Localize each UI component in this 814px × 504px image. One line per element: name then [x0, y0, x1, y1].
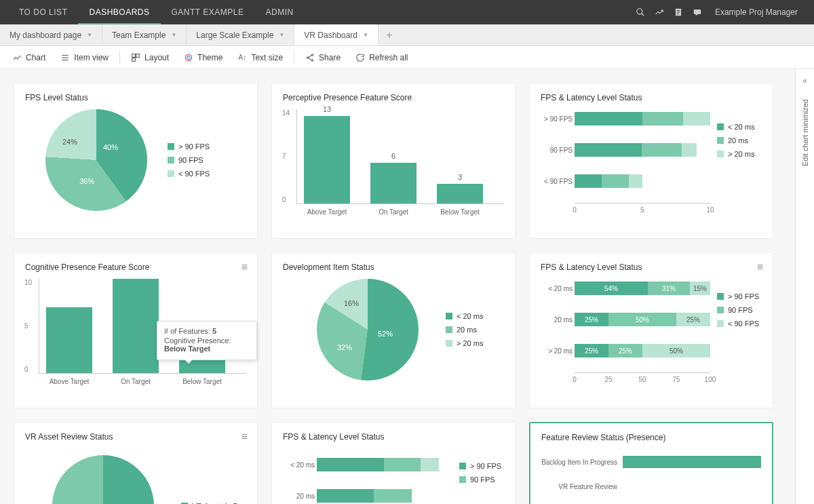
dashboard-tabs: My dashboard page▼ Team Example▼ Large S… — [0, 24, 814, 46]
button-label: Item view — [74, 53, 109, 62]
bar-segment — [623, 456, 761, 468]
card-menu-icon[interactable]: ≡ — [241, 431, 248, 443]
tab-label: Large Scale Example — [196, 31, 273, 40]
button-label: Chart — [26, 53, 45, 62]
dropdown-icon: ▼ — [363, 32, 368, 38]
right-sidebar: « Edit chart minimized — [795, 69, 814, 504]
item-view-button[interactable]: Item view — [54, 50, 115, 65]
svg-point-0 — [637, 9, 642, 14]
button-label: Share — [319, 53, 341, 62]
svg-rect-3 — [677, 10, 680, 11]
chart-button[interactable]: Chart — [5, 50, 52, 65]
tab-my-dashboard[interactable]: My dashboard page▼ — [0, 24, 102, 45]
share-icon — [305, 53, 315, 62]
button-label: Layout — [144, 53, 169, 62]
tab-large-scale[interactable]: Large Scale Example▼ — [187, 24, 294, 45]
nav-dashboards[interactable]: DASHBOARDS — [78, 0, 160, 24]
svg-point-14 — [185, 54, 191, 60]
svg-point-15 — [187, 56, 191, 59]
card-title: Development Item Status — [283, 263, 504, 272]
card-perceptive-presence[interactable]: Perceptive Presence Feature Score 1470 1… — [271, 83, 516, 239]
svg-rect-5 — [677, 14, 679, 14]
bar-chart: 1470 13Above Target 6On Target 3Below Ta… — [296, 109, 504, 204]
button-label: Text size — [251, 53, 283, 62]
chart-legend: > 90 FPS 90 FPS < 90 FPS — [168, 142, 210, 178]
dropdown-icon: ▼ — [279, 32, 284, 38]
svg-rect-6 — [694, 9, 701, 14]
button-label: Refresh all — [369, 53, 408, 62]
share-button[interactable]: Share — [298, 50, 347, 65]
dropdown-icon: ▼ — [87, 32, 92, 38]
card-cognitive-presence[interactable]: Cognitive Presence Feature Score ≡ 1050 … — [14, 252, 258, 408]
chart-legend: > 90 FPS 90 FPS — [459, 462, 501, 504]
chart-legend: < 20 ms 20 ms > 20 ms — [446, 312, 483, 347]
bar-segment — [623, 480, 761, 492]
svg-point-17 — [307, 56, 308, 58]
pie-chart — [317, 279, 419, 381]
theme-icon — [184, 53, 193, 62]
svg-line-1 — [642, 14, 644, 16]
card-title: Perceptive Presence Feature Score — [283, 93, 504, 102]
svg-rect-11 — [132, 54, 136, 57]
chart-legend: < 20 ms 20 ms > 20 ms — [717, 123, 754, 214]
chart-icon — [12, 53, 22, 62]
card-menu-icon[interactable]: ≡ — [757, 261, 763, 273]
card-vr-asset-review[interactable]: VR Asset Review Status ≡ VR Asset In P… … — [14, 422, 258, 504]
dropdown-icon: ▼ — [171, 32, 176, 38]
pie-chart — [52, 455, 154, 504]
stacked-bar-chart: < 20 ms54%31%15% 20 ms25%50%25% > 20 ms2… — [575, 279, 710, 383]
button-label: Theme — [197, 53, 222, 62]
dashboard-toolbar: Chart Item view Layout Theme A↕Text size… — [0, 46, 814, 69]
svg-line-20 — [309, 58, 312, 60]
document-icon[interactable] — [669, 3, 688, 22]
card-dev-item-status[interactable]: Development Item Status 52% 32% 16% < 20… — [271, 252, 516, 408]
list-icon — [60, 53, 70, 62]
user-label[interactable]: Example Proj Manager — [707, 7, 806, 17]
pie-slice-label: 24% — [62, 138, 77, 146]
chart-legend: > 90 FPS 90 FPS < 90 FPS — [717, 292, 759, 383]
nav-todo[interactable]: TO DO LIST — [8, 0, 78, 24]
expand-sidebar-icon[interactable]: « — [802, 76, 807, 85]
card-title: Cognitive Presence Feature Score — [25, 263, 246, 272]
pie-slice-label: 52% — [378, 330, 393, 338]
chat-icon[interactable] — [688, 3, 707, 22]
tab-team-example[interactable]: Team Example▼ — [102, 24, 187, 45]
text-size-button[interactable]: A↕Text size — [231, 50, 290, 65]
analytics-icon[interactable] — [650, 3, 669, 22]
text-size-icon: A↕ — [237, 53, 247, 62]
refresh-button[interactable]: Refresh all — [349, 50, 414, 65]
theme-button[interactable]: Theme — [177, 50, 229, 65]
tab-label: VR Dashboard — [304, 31, 357, 40]
card-feature-review[interactable]: Feature Review Status (Presence) Backlog… — [529, 422, 773, 504]
stacked-bar-chart: > 90 FPS 90 FPS < 90 FPS 0510 — [575, 109, 710, 214]
card-title: FPS & Latency Level Status — [541, 263, 762, 272]
card-fps-level-status[interactable]: FPS Level Status 40% 36% 24% > 90 FPS 90… — [14, 83, 258, 239]
card-title: Feature Review Status (Presence) — [541, 433, 761, 442]
card-title: FPS & Latency Level Status — [541, 93, 762, 102]
pie-slice-label: 40% — [103, 143, 118, 151]
tab-vr-dashboard[interactable]: VR Dashboard▼ — [294, 24, 379, 45]
nav-admin[interactable]: ADMIN — [254, 0, 304, 24]
card-title: FPS & Latency Level Status — [283, 432, 504, 442]
layout-button[interactable]: Layout — [124, 50, 176, 65]
tab-label: My dashboard page — [9, 31, 81, 40]
add-tab-button[interactable]: + — [379, 24, 400, 45]
tab-label: Team Example — [112, 31, 166, 40]
dashboard-grid[interactable]: FPS Level Status 40% 36% 24% > 90 FPS 90… — [0, 69, 795, 504]
legend-label: 90 FPS — [178, 156, 204, 164]
nav-gantt[interactable]: GANTT EXAMPLE — [161, 0, 255, 24]
legend-label: < 90 FPS — [178, 170, 210, 178]
svg-rect-12 — [136, 54, 140, 57]
card-fps-latency-2[interactable]: FPS & Latency Level Status ≡ < 20 ms54%3… — [529, 252, 773, 408]
card-title: VR Asset Review Status — [25, 432, 246, 442]
card-fps-latency-1[interactable]: FPS & Latency Level Status > 90 FPS 90 F… — [529, 83, 773, 239]
svg-point-18 — [311, 59, 313, 60]
card-menu-icon[interactable]: ≡ — [241, 261, 248, 273]
bar-label: Backlog Item In Progress — [541, 459, 623, 466]
svg-rect-13 — [132, 58, 136, 61]
svg-point-16 — [311, 54, 313, 55]
svg-marker-7 — [696, 14, 698, 16]
card-fps-latency-3[interactable]: FPS & Latency Level Status < 20 ms 20 ms… — [271, 422, 516, 504]
chart-tooltip: # of Features: 5 Cognitive Presence: Bel… — [157, 321, 257, 360]
search-icon[interactable] — [631, 3, 650, 22]
